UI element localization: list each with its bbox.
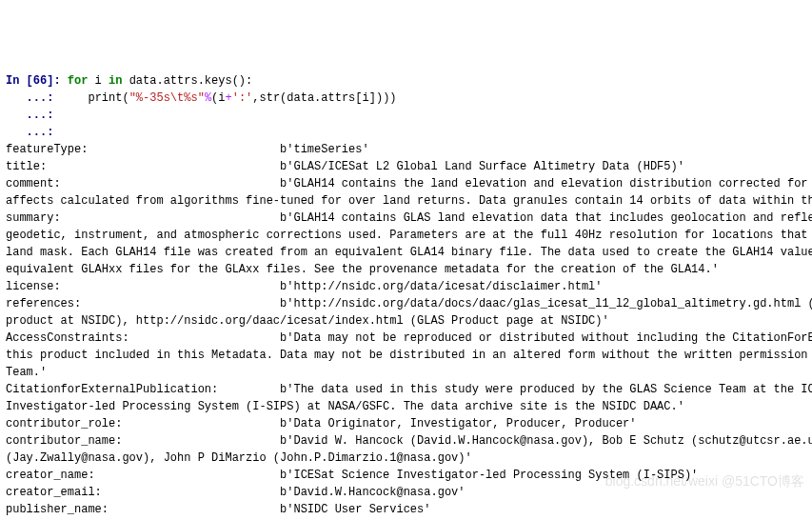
output-line: contributor_role: b'Data Originator, Inv… — [6, 415, 806, 432]
output-line: contributor_name: b'David W. Hancock (Da… — [6, 432, 806, 450]
output-line: publisher_name: b'NSIDC User Services' — [6, 501, 806, 518]
output-line: title: b'GLAS/ICESat L2 Global Land Surf… — [6, 158, 806, 175]
format-string: "%-35s\t%s" — [129, 91, 205, 105]
input-prompt: In [66]: — [6, 74, 61, 88]
output-line: references: b'http://nsidc.org/data/docs… — [6, 295, 806, 312]
output-line: geodetic, instrument, and atmospheric co… — [6, 227, 806, 244]
output-line: (Jay.Zwally@nasa.gov), John P DiMarzio (… — [6, 450, 806, 467]
output-line: product at NSIDC), http://nsidc.org/daac… — [6, 312, 806, 330]
cell-output: featureType: b'timeSeries'title: b'GLAS/… — [6, 141, 806, 520]
cont-prompt-empty: ...: — [6, 126, 53, 139]
keyword-for: for — [68, 74, 89, 88]
output-line: Team.' — [6, 364, 806, 381]
output-line: AccessConstraints: b'Data may not be rep… — [6, 330, 806, 347]
output-line: equivalent GLAHxx files for the GLAxx fi… — [6, 261, 806, 278]
output-line: license: b'http://nsidc.org/data/icesat/… — [6, 278, 806, 295]
output-line: summary: b'GLAH14 contains GLAS land ele… — [6, 210, 806, 227]
output-line: creator_email: b'David.W.Hancock@nasa.go… — [6, 484, 806, 501]
output-line: this product included in this Metadata. … — [6, 347, 806, 364]
output-line: CitationforExternalPublication: b'The da… — [6, 381, 806, 398]
output-line: land mask. Each GLAH14 file was created … — [6, 244, 806, 261]
cont-prompt-empty: ...: — [6, 109, 53, 122]
output-line: Investigator-led Processing System (I-SI… — [6, 398, 806, 415]
code-expr: data.attrs.keys(): — [122, 74, 252, 88]
output-line: affects calculated from algorithms fine-… — [6, 192, 806, 210]
jupyter-input-cell: In [66]: for i in data.attrs.keys(): ...… — [6, 72, 806, 141]
keyword-in: in — [109, 74, 122, 88]
output-line: comment: b'GLAH14 contains the land elev… — [6, 175, 806, 192]
output-line: featureType: b'timeSeries' — [6, 141, 806, 158]
builtin-print: print — [88, 91, 122, 105]
output-line: creator_name: b'ICESat Science Investiga… — [6, 467, 806, 484]
code-var: i — [88, 74, 109, 88]
cont-prompt: ...: — [6, 91, 53, 105]
